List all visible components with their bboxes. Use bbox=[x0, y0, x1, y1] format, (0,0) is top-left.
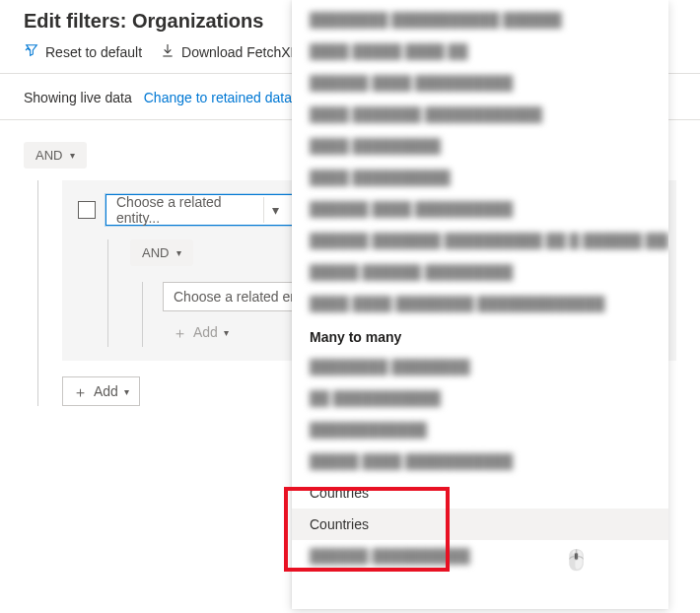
dropdown-item-blurred[interactable]: ██████ ████ ██████████ bbox=[292, 193, 668, 225]
dropdown-item-blurred[interactable]: ████████████ bbox=[292, 414, 668, 445]
download-fetchxml-button[interactable]: Download FetchXM bbox=[160, 42, 302, 61]
nested-and-label: AND bbox=[142, 245, 169, 260]
download-label: Download FetchXM bbox=[181, 44, 302, 60]
chevron-down-icon: ▾ bbox=[176, 247, 181, 258]
chevron-down-icon: ▾ bbox=[70, 150, 75, 161]
dropdown-item-countries[interactable]: Countries bbox=[292, 477, 668, 509]
entity-dropdown: ████████ ███████████ ██████ ████ █████ █… bbox=[292, 0, 668, 609]
root-and-label: AND bbox=[35, 148, 62, 163]
dropdown-item-blurred[interactable]: ████ █████ ████ ██ bbox=[292, 35, 668, 67]
chevron-down-icon: ▾ bbox=[224, 327, 229, 338]
root-and-operator[interactable]: AND ▾ bbox=[24, 142, 87, 169]
chevron-down-icon: ▾ bbox=[263, 197, 288, 223]
dropdown-item-blurred[interactable]: ██ ███████████ bbox=[292, 382, 668, 414]
dropdown-item-blurred[interactable]: ████ ███████ ████████████ bbox=[292, 99, 668, 130]
dropdown-item-blurred[interactable]: ██████ ████ ██████████ bbox=[292, 67, 668, 99]
group-checkbox[interactable] bbox=[78, 201, 96, 219]
related-entity-picker[interactable]: Choose a related entity... ▾ bbox=[105, 194, 293, 226]
dropdown-item-blurred[interactable]: █████ ██████ █████████ bbox=[292, 256, 668, 288]
funnel-reset-icon bbox=[24, 42, 39, 61]
dropdown-item-blurred[interactable]: ████ ██████████ bbox=[292, 162, 668, 193]
dropdown-item-blurred[interactable]: ████████ ███████████ ██████ bbox=[292, 4, 668, 35]
download-icon bbox=[160, 42, 175, 61]
dropdown-item-blurred[interactable]: ██████ ██████████ bbox=[292, 540, 668, 572]
plus-icon: ＋ bbox=[173, 325, 187, 340]
dropdown-item-blurred[interactable]: ████████ ████████ bbox=[292, 351, 668, 382]
dropdown-item-blurred[interactable]: ████ █████████ bbox=[292, 130, 668, 162]
reset-label: Reset to default bbox=[45, 44, 142, 60]
dropdown-item-blurred[interactable]: ██████ ███████ ██████████ ██ █ ██████ ██… bbox=[292, 225, 668, 256]
chevron-down-icon: ▾ bbox=[124, 386, 129, 397]
change-to-retained-link[interactable]: Change to retained data bbox=[144, 90, 292, 105]
nested-and-operator[interactable]: AND ▾ bbox=[130, 239, 193, 266]
dropdown-section-header: Many to many bbox=[292, 319, 668, 351]
add-label: Add bbox=[94, 383, 118, 399]
status-text: Showing live data bbox=[24, 90, 132, 105]
nested-add-label: Add bbox=[193, 324, 218, 340]
dropdown-item-blurred[interactable]: █████ ████ ███████████ bbox=[292, 445, 668, 477]
reset-to-default-button[interactable]: Reset to default bbox=[24, 42, 142, 61]
nested-add-button[interactable]: ＋ Add ▾ bbox=[163, 317, 239, 347]
plus-icon: ＋ bbox=[73, 384, 88, 399]
dropdown-item-blurred[interactable]: ████ ████ ████████ █████████████ bbox=[292, 288, 668, 319]
dropdown-item-countries[interactable]: Countries bbox=[292, 509, 668, 540]
entity-placeholder: Choose a related entity... bbox=[116, 194, 263, 226]
add-button[interactable]: ＋ Add ▾ bbox=[62, 376, 140, 406]
